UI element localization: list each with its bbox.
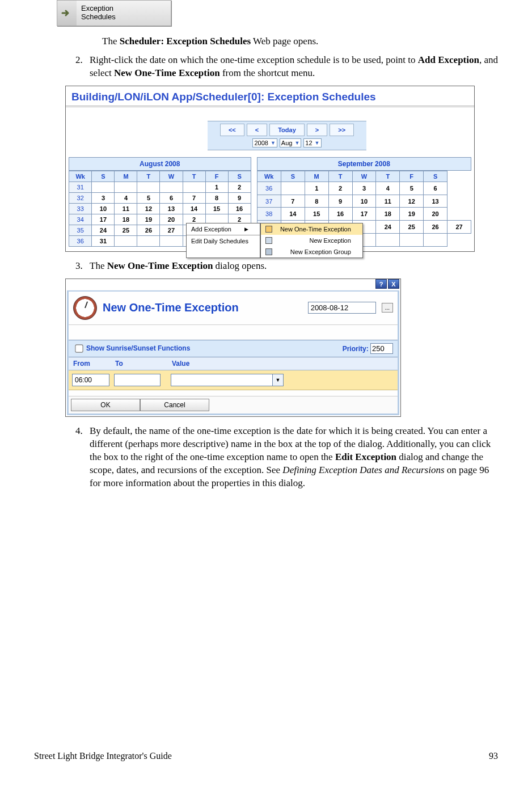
menu-edit-daily-schedules[interactable]: Edit Daily Schedules [187, 235, 260, 247]
value-dropdown-button[interactable]: ▼ [272, 374, 284, 386]
submenu-new-exception[interactable]: New Exception [261, 235, 362, 246]
calendar-cell[interactable]: 11 [115, 203, 137, 214]
calendar-cell[interactable]: 1 [305, 182, 328, 195]
day-select[interactable]: 12▼ [303, 138, 321, 147]
nav-prev-button[interactable]: < [247, 124, 267, 136]
menu-add-exception[interactable]: Add Exception▶ [187, 223, 260, 235]
calendar-cell: 38 [257, 208, 281, 221]
exception-schedules-label: ExceptionSchedules [77, 5, 116, 22]
arrow-right-icon: ▶ [244, 226, 248, 232]
calendar-cell[interactable]: 6 [424, 182, 447, 195]
calendar-cell[interactable]: 20 [160, 214, 183, 225]
calendar-cell[interactable]: 3 [92, 192, 115, 203]
calendar-cell[interactable]: 13 [424, 195, 447, 208]
calendar-cell[interactable] [137, 182, 160, 192]
calendar-cell[interactable]: 27 [160, 225, 183, 235]
calendar-cell[interactable] [281, 182, 305, 195]
date-input[interactable] [308, 302, 376, 314]
show-sunrise-checkbox[interactable]: Show Sunrise/Sunset Functions [73, 343, 190, 354]
calendar-cell[interactable]: 26 [424, 221, 447, 234]
calendar-cell[interactable] [160, 235, 183, 246]
nav-last-button[interactable]: >> [330, 124, 354, 136]
calendar-cell[interactable]: 7 [183, 192, 205, 203]
value-input[interactable] [171, 374, 272, 386]
calendar-cell[interactable]: 9 [228, 192, 251, 203]
nav-first-button[interactable]: << [220, 124, 244, 136]
calendar-cell[interactable] [115, 182, 137, 192]
calendar-cell: 37 [257, 195, 281, 208]
month-select[interactable]: Aug▼ [280, 138, 302, 147]
calendar-cell[interactable]: 8 [205, 192, 228, 203]
cancel-button[interactable]: Cancel [140, 399, 209, 411]
calendar-cell[interactable]: 19 [137, 214, 160, 225]
calendar-cell[interactable]: 12 [400, 195, 424, 208]
close-button[interactable]: X [388, 279, 399, 289]
calendar-cell[interactable]: 15 [205, 203, 228, 214]
show-sunrise-input[interactable] [75, 344, 83, 352]
from-input[interactable] [72, 374, 109, 386]
calendar-cell[interactable]: 18 [376, 208, 400, 221]
calendar-cell[interactable]: 19 [400, 208, 424, 221]
calendar-cell[interactable]: 5 [137, 192, 160, 203]
nav-next-button[interactable]: > [307, 124, 327, 136]
calendar-cell[interactable]: 27 [447, 221, 471, 234]
calendar-cell[interactable]: 5 [400, 182, 424, 195]
to-input[interactable] [114, 374, 161, 386]
calendar-cell[interactable] [92, 182, 115, 192]
calendar-cell[interactable]: 8 [305, 195, 328, 208]
calendar-nav: << < Today > >> 2008▼ Aug▼ 12▼ [208, 121, 366, 150]
calendar-cell[interactable]: 17 [352, 208, 376, 221]
calendar-cell[interactable]: 1 [205, 182, 228, 192]
col-to: To [115, 360, 172, 368]
calendar-cell[interactable]: 6 [160, 192, 183, 203]
calendar-cell[interactable]: 25 [400, 221, 424, 234]
calendar-cell[interactable]: 31 [92, 235, 115, 246]
dialog-title: New One-Time Exception [103, 301, 239, 314]
calendar-cell[interactable] [376, 234, 400, 247]
calendar-cell[interactable]: 2 [228, 182, 251, 192]
calendar-cell[interactable] [424, 234, 447, 247]
calendar-cell[interactable]: 18 [115, 214, 137, 225]
calendar-cell[interactable]: 25 [115, 225, 137, 235]
year-select[interactable]: 2008▼ [252, 138, 277, 147]
calendar-cell[interactable]: 2 [328, 182, 352, 195]
calendar-cell[interactable]: 14 [183, 203, 205, 214]
calendar-cell[interactable]: 10 [352, 195, 376, 208]
chevron-down-icon: ▼ [294, 140, 299, 146]
calendar-cell[interactable]: 10 [92, 203, 115, 214]
calendar-cell[interactable]: 11 [376, 195, 400, 208]
calendar-cell[interactable]: 14 [281, 208, 305, 221]
calendar-cell[interactable]: 17 [92, 214, 115, 225]
calendar-cell[interactable]: 7 [281, 195, 305, 208]
priority-input[interactable] [370, 343, 393, 354]
calendar-cell[interactable] [183, 182, 205, 192]
context-menu[interactable]: Add Exception▶ Edit Daily Schedules [186, 223, 260, 258]
submenu-new-exception-group[interactable]: New Exception Group [261, 246, 362, 258]
calendar-cell[interactable]: 3 [352, 182, 376, 195]
calendar-cell[interactable]: 4 [376, 182, 400, 195]
paragraph-1: The Scheduler: Exception Schedules Web p… [102, 35, 492, 48]
calendar-cell[interactable]: 4 [115, 192, 137, 203]
calendar-caption: August 2008 [69, 157, 251, 171]
date-picker-button[interactable]: ... [382, 303, 393, 313]
calendar-cell[interactable]: 24 [92, 225, 115, 235]
submenu-new-one-time-exception[interactable]: New One-Time Exception [261, 223, 362, 235]
calendar-cell[interactable]: 16 [228, 203, 251, 214]
calendar-cell[interactable]: 24 [376, 221, 400, 234]
nav-today-button[interactable]: Today [269, 124, 305, 136]
calendar-cell[interactable]: 16 [328, 208, 352, 221]
calendar-cell[interactable]: 26 [137, 225, 160, 235]
exception-schedules-button[interactable]: ExceptionSchedules [57, 0, 171, 26]
calendar-cell[interactable] [400, 234, 424, 247]
help-button[interactable]: ? [375, 279, 387, 289]
calendar-cell[interactable]: 13 [160, 203, 183, 214]
calendar-cell[interactable]: 12 [137, 203, 160, 214]
calendar-cell[interactable]: 15 [305, 208, 328, 221]
calendar-cell[interactable] [137, 235, 160, 246]
calendar-cell[interactable]: 9 [328, 195, 352, 208]
ok-button[interactable]: OK [71, 399, 140, 411]
calendar-cell[interactable] [115, 235, 137, 246]
calendar-cell[interactable] [160, 182, 183, 192]
calendar-cell[interactable]: 20 [424, 208, 447, 221]
context-submenu[interactable]: New One-Time Exception New Exception New… [260, 223, 363, 258]
